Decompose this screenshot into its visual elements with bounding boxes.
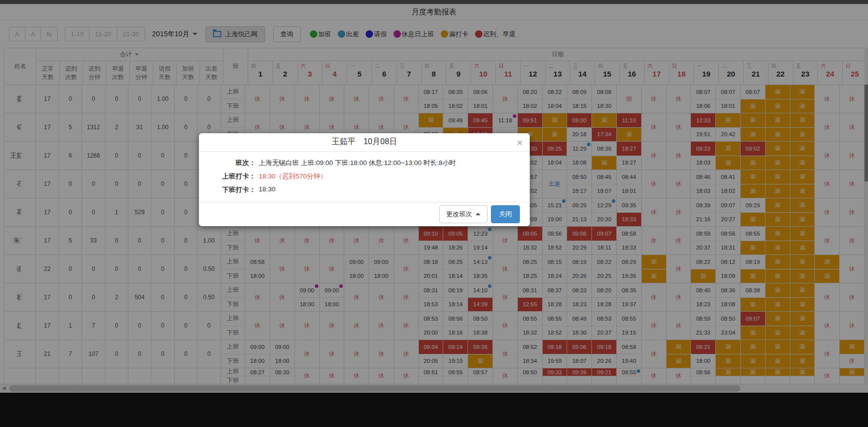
- clock-out-value: 18:30: [259, 185, 276, 194]
- modal-title: 王茹平 10月08日: [332, 137, 397, 147]
- change-shift-button[interactable]: 更改班次: [439, 205, 487, 223]
- modal-close-button[interactable]: 关闭: [491, 205, 520, 223]
- shift-label: 班次：: [213, 159, 256, 168]
- screen-bottom-bezel: [0, 393, 868, 427]
- modal-header: 王茹平 10月08日 ×: [199, 133, 530, 152]
- shift-value: 上海无锡白班 上班:09:00 下班:18:00 休息:12:00~13:00 …: [259, 159, 456, 168]
- clock-out-label: 下班打卡：: [213, 185, 256, 194]
- attendance-detail-modal: 王茹平 10月08日 × 班次： 上海无锡白班 上班:09:00 下班:18:0…: [199, 133, 530, 226]
- clock-in-label: 上班打卡：: [213, 172, 256, 181]
- chevron-up-icon: [476, 213, 481, 215]
- modal-body: 班次： 上海无锡白班 上班:09:00 下班:18:00 休息:12:00~13…: [199, 152, 530, 202]
- attendance-report-screen: 月度考勤报表 AA⇆ 1-1011-2021-30 2015年10月 上海悦己网…: [0, 0, 868, 427]
- clock-in-value: 18:30（迟到570分钟）: [259, 172, 327, 181]
- modal-footer: 更改班次 关闭: [199, 202, 530, 226]
- close-icon[interactable]: ×: [517, 137, 523, 148]
